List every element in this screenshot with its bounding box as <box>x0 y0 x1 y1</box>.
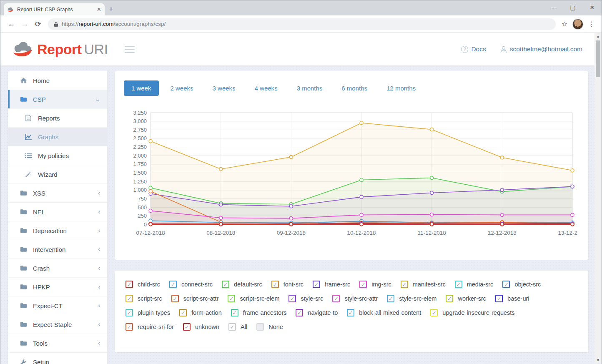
svg-text:750: 750 <box>138 196 147 202</box>
legend-checkbox-all[interactable]: ✓All <box>228 323 247 331</box>
scrollbar-thumb[interactable] <box>596 40 600 77</box>
legend-checkbox-object-src[interactable]: ✓object-src <box>502 281 541 288</box>
browser-menu-icon[interactable]: ⋮ <box>588 20 595 28</box>
sidebar-item-xss[interactable]: XSS‹ <box>8 184 107 203</box>
sidebar-item-tools[interactable]: Tools‹ <box>8 334 107 353</box>
legend-label: media-src <box>467 281 494 288</box>
legend-checkbox-unknown[interactable]: ✓unknown <box>183 323 219 331</box>
sidebar-item-reports[interactable]: Reports <box>8 109 107 128</box>
account-menu[interactable]: scotthelme@hotmail.com <box>500 45 582 53</box>
legend-checkbox-media-src[interactable]: ✓media-src <box>455 281 494 288</box>
window-close-button[interactable]: ✕ <box>582 0 602 15</box>
sidebar-item-expect-staple[interactable]: Expect-Staple‹ <box>8 315 107 334</box>
browser-toolbar: ← → ⟳ https://report-uri.com/account/gra… <box>0 15 602 33</box>
legend-checkbox-plugin-types[interactable]: ✓plugin-types <box>125 309 170 316</box>
directive-filter-card: ✓child-src✓connect-src✓default-src✓font-… <box>115 271 588 352</box>
sidebar-item-hpkp[interactable]: HPKP‹ <box>8 278 107 296</box>
sidebar-item-expect-ct[interactable]: Expect-CT‹ <box>8 296 107 315</box>
report-uri-logo[interactable]: ReportURI <box>12 41 108 58</box>
hamburger-menu-icon[interactable] <box>125 46 135 53</box>
svg-text:2,250: 2,250 <box>133 144 147 150</box>
favicon-cloud-icon <box>7 7 14 12</box>
legend-checkbox-font-src[interactable]: ✓font-src <box>271 281 304 288</box>
sidebar-item-nel[interactable]: NEL‹ <box>8 203 107 221</box>
legend-checkbox-default-src[interactable]: ✓default-src <box>222 281 262 288</box>
tab-3-months[interactable]: 3 months <box>289 80 330 96</box>
tab-4-weeks[interactable]: 4 weeks <box>247 80 285 96</box>
window-minimize-button[interactable]: — <box>544 0 563 15</box>
sidebar-item-setup[interactable]: Setup <box>8 353 107 364</box>
sidebar-item-intervention[interactable]: Intervention‹ <box>8 240 107 259</box>
legend-checkbox-upgrade-insecure-requests[interactable]: ✓upgrade-insecure-requests <box>430 309 514 316</box>
legend-checkbox-manifest-src[interactable]: ✓manifest-src <box>401 281 446 288</box>
sidebar-item-label: Home <box>33 77 50 84</box>
sidebar-item-graphs[interactable]: Graphs <box>8 128 107 146</box>
sidebar-item-my-policies[interactable]: My policies <box>8 146 107 165</box>
legend-label: style-src <box>301 295 323 302</box>
sidebar-item-label: CSP <box>33 96 46 103</box>
csp-line-chart[interactable]: 02505007501,0001,2501,5001,7502,0002,250… <box>124 107 577 241</box>
legend-label: style-src-elem <box>399 295 436 302</box>
legend-checkbox-style-src[interactable]: ✓style-src <box>288 295 323 302</box>
svg-text:10-12-2018: 10-12-2018 <box>347 230 376 236</box>
back-button[interactable]: ← <box>5 20 18 28</box>
new-tab-button[interactable]: + <box>109 5 113 14</box>
svg-text:250: 250 <box>138 213 147 219</box>
tab-12-months[interactable]: 12 months <box>379 80 423 96</box>
chevron-left-icon: ‹ <box>98 322 100 326</box>
checkbox-checked-icon: ✓ <box>222 281 229 288</box>
svg-text:1,000: 1,000 <box>133 187 147 193</box>
legend-checkbox-base-uri[interactable]: ✓base-uri <box>495 295 529 302</box>
checkbox-checked-icon: ✓ <box>347 309 354 316</box>
svg-text:07-12-2018: 07-12-2018 <box>136 230 165 236</box>
sidebar-item-home[interactable]: Home <box>8 71 107 90</box>
checkbox-checked-icon: ✓ <box>359 281 367 288</box>
legend-label: object-src <box>514 281 541 288</box>
legend-checkbox-block-all-mixed-content[interactable]: ✓block-all-mixed-content <box>347 309 421 316</box>
tab-title: Report URI: CSP Graphs <box>17 7 93 13</box>
tab-3-weeks[interactable]: 3 weeks <box>205 80 243 96</box>
scroll-down-icon[interactable]: ▼ <box>596 357 600 364</box>
legend-checkbox-frame-ancestors[interactable]: ✓frame-ancestors <box>231 309 287 316</box>
bookmark-star-icon[interactable]: ☆ <box>562 20 567 28</box>
sidebar-item-crash[interactable]: Crash‹ <box>8 259 107 278</box>
legend-checkbox-script-src-elem[interactable]: ✓script-src-elem <box>228 295 279 302</box>
legend-checkbox-style-src-attr[interactable]: ✓style-src-attr <box>332 295 378 302</box>
checkbox-checked-icon: ✓ <box>387 295 394 302</box>
legend-checkbox-frame-src[interactable]: ✓frame-src <box>313 281 350 288</box>
legend-checkbox-require-sri-for[interactable]: ✓require-sri-for <box>125 323 174 331</box>
url-text: https://report-uri.com/account/graphs/cs… <box>62 21 166 27</box>
page-scrollbar[interactable]: ▲ ▼ <box>594 33 602 364</box>
legend-checkbox-connect-src[interactable]: ✓connect-src <box>169 281 213 288</box>
tab-2-weeks[interactable]: 2 weeks <box>163 80 201 96</box>
legend-checkbox-style-src-elem[interactable]: ✓style-src-elem <box>387 295 436 302</box>
legend-checkbox-form-action[interactable]: ✓form-action <box>179 309 222 316</box>
sidebar-item-label: Crash <box>33 265 50 272</box>
window-maximize-button[interactable]: ▢ <box>563 0 582 15</box>
legend-checkbox-none[interactable]: None <box>256 323 283 331</box>
svg-text:2,750: 2,750 <box>133 127 147 133</box>
browser-tab[interactable]: Report URI: CSP Graphs ✕ <box>4 3 105 15</box>
sidebar-item-csp[interactable]: CSP⌄ <box>8 90 107 109</box>
tab-1-week[interactable]: 1 week <box>124 80 159 96</box>
legend-checkbox-child-src[interactable]: ✓child-src <box>125 281 160 288</box>
docs-link[interactable]: ? Docs <box>461 45 486 53</box>
legend-checkbox-img-src[interactable]: ✓img-src <box>359 281 391 288</box>
tab-close-icon[interactable]: ✕ <box>97 6 101 13</box>
legend-checkbox-navigate-to[interactable]: ✓navigate-to <box>296 309 338 316</box>
sidebar-item-deprecation[interactable]: Deprecation‹ <box>8 221 107 240</box>
checkbox-checked-icon: ✓ <box>228 323 236 331</box>
chevron-left-icon: ‹ <box>98 191 100 195</box>
url-bar[interactable]: https://report-uri.com/account/graphs/cs… <box>48 18 556 30</box>
sidebar-item-wizard[interactable]: Wizard <box>8 165 107 184</box>
chevron-left-icon: ‹ <box>98 247 100 251</box>
legend-checkbox-script-src[interactable]: ✓script-src <box>125 295 162 302</box>
reload-button[interactable]: ⟳ <box>31 20 45 29</box>
legend-checkbox-script-src-attr[interactable]: ✓script-src-attr <box>171 295 219 302</box>
legend-checkbox-worker-src[interactable]: ✓worker-src <box>446 295 486 302</box>
chart-container: 02505007501,0001,2501,5001,7502,0002,250… <box>124 107 577 242</box>
scroll-up-icon[interactable]: ▲ <box>596 33 600 40</box>
browser-profile-avatar[interactable] <box>572 19 583 30</box>
tab-6-months[interactable]: 6 months <box>334 80 375 96</box>
forward-button[interactable]: → <box>18 20 31 28</box>
